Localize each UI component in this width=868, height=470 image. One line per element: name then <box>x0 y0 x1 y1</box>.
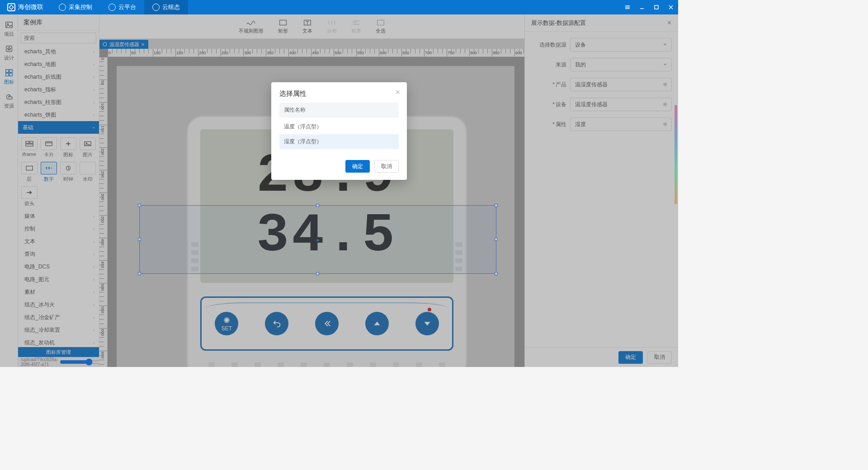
modal-confirm-button[interactable]: 确定 <box>345 160 370 173</box>
app-logo: 海创微联 <box>0 3 51 11</box>
logo-icon <box>7 3 15 11</box>
cloud-icon <box>152 4 160 11</box>
svg-rect-0 <box>655 5 658 9</box>
attribute-option[interactable]: 湿度（浮点型） <box>279 134 399 149</box>
window-maximize-button[interactable] <box>649 0 664 14</box>
cloud-icon <box>108 4 116 11</box>
window-controls <box>620 0 678 14</box>
attribute-option[interactable]: 温度（浮点型） <box>279 119 399 134</box>
top-menu-bar: 海创微联 采集控制 云平台 云组态 <box>0 0 678 14</box>
modal-overlay[interactable] <box>0 14 678 367</box>
menu-item-platform[interactable]: 云平台 <box>100 0 144 14</box>
modal-title: 选择属性 <box>279 89 307 97</box>
menu-item-scada[interactable]: 云组态 <box>144 0 188 14</box>
close-icon[interactable]: ✕ <box>395 89 401 96</box>
modal-column-header: 属性名称 <box>279 103 399 118</box>
select-attribute-modal: 选择属性 ✕ 属性名称 温度（浮点型） 湿度（浮点型） 确定 取消 <box>271 82 407 180</box>
window-close-button[interactable] <box>664 0 678 14</box>
cloud-icon <box>59 4 66 11</box>
app-name: 海创微联 <box>18 3 43 11</box>
menu-item-collect[interactable]: 采集控制 <box>51 0 100 14</box>
window-minimize-button[interactable] <box>635 0 649 14</box>
modal-cancel-button[interactable]: 取消 <box>374 160 399 173</box>
window-menu-button[interactable] <box>620 0 635 14</box>
top-menu: 采集控制 云平台 云组态 <box>51 0 188 14</box>
